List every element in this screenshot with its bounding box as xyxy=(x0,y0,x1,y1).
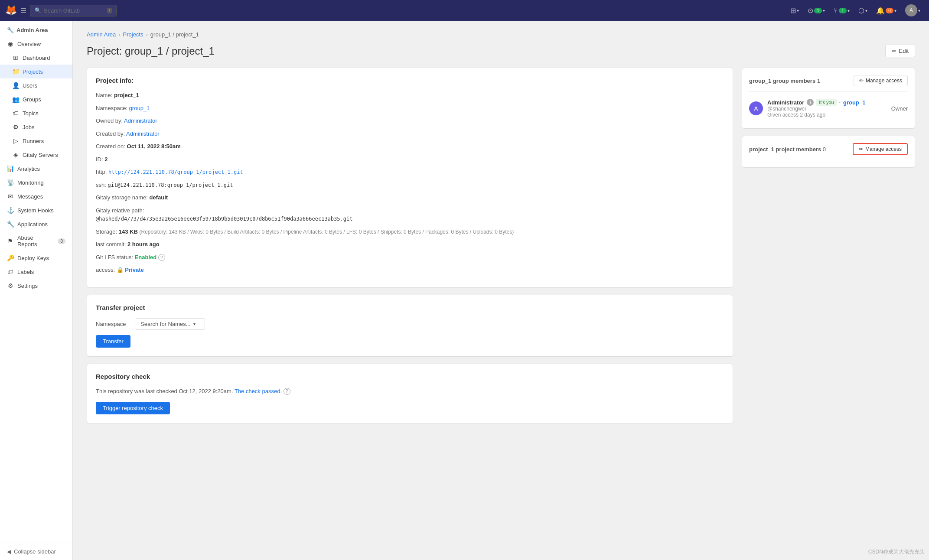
project-info-card: Project info: Name: project_1 Namespace:… xyxy=(87,68,733,288)
monitoring-icon: 📡 xyxy=(7,179,14,186)
edit-icon: ✏ xyxy=(892,48,896,54)
admin-area-label: 🔧 Admin Area xyxy=(0,21,72,37)
lock-icon: 🔒 xyxy=(117,267,124,273)
transfer-project-title: Transfer project xyxy=(96,304,724,311)
sidebar-item-projects[interactable]: 📁 Projects xyxy=(0,65,72,78)
http-row: http: http://124.221.110.78/group_1/proj… xyxy=(96,168,724,176)
content-left: Project info: Name: project_1 Namespace:… xyxy=(87,68,733,430)
last-commit-value: 2 hours ago xyxy=(127,241,160,247)
group-members-title: group_1 group members 1 xyxy=(749,78,820,84)
sidebar-item-messages[interactable]: ✉ Messages xyxy=(0,189,72,203)
created-on-row: Created on: Oct 11, 2022 8:50am xyxy=(96,142,724,151)
sidebar-item-dashboard[interactable]: ⊞ Dashboard xyxy=(0,51,72,65)
manage-access-pencil-icon: ✏ xyxy=(859,78,864,84)
dashboard-icon: ⊞ xyxy=(12,54,19,61)
nav-pipelines-button[interactable]: ⬡ ▾ xyxy=(855,5,871,16)
trigger-repository-check-button[interactable]: Trigger repository check xyxy=(96,402,170,414)
gitaly-storage-value: default xyxy=(150,194,168,201)
sidebar-item-gitaly-servers[interactable]: ◈ Gitaly Servers xyxy=(0,148,72,162)
sidebar-item-deploy-keys[interactable]: 🔑 Deploy Keys xyxy=(0,251,72,265)
namespace-label: Namespace xyxy=(96,321,130,327)
sidebar-item-system-hooks[interactable]: ⚓ System Hooks xyxy=(0,203,72,217)
gitaly-storage-row: Gitaly storage name: default xyxy=(96,193,724,202)
breadcrumb-current: group_1 / project_1 xyxy=(150,31,199,38)
ssh-value: git@124.221.110.78:group_1/project_1.git xyxy=(108,182,233,188)
sidebar-item-groups[interactable]: 👥 Groups xyxy=(0,92,72,106)
breadcrumb-projects[interactable]: Projects xyxy=(123,31,143,38)
gitlab-logo[interactable]: 🦊 xyxy=(5,5,17,16)
sidebar-item-users[interactable]: 👤 Users xyxy=(0,78,72,92)
jobs-icon: ⚙ xyxy=(12,124,19,130)
main-content: Admin Area › Projects › group_1 / projec… xyxy=(73,21,929,560)
project-id-value: 2 xyxy=(104,156,108,163)
sidebar-item-applications[interactable]: 🔧 Applications xyxy=(0,217,72,231)
nav-merge-requests-button[interactable]: ⑂ 1 ▾ xyxy=(830,5,853,16)
search-input[interactable] xyxy=(44,7,104,14)
notifications-icon: 🔔 xyxy=(876,7,885,15)
project-name-row: Name: project_1 xyxy=(96,91,724,100)
gitaly-path-value: @hashed/d4/73/d4735e3a265e16eee03f59718b… xyxy=(96,216,352,222)
project-manage-access-pencil-icon: ✏ xyxy=(859,146,863,152)
project-name-value: project_1 xyxy=(114,92,139,98)
creator-link[interactable]: Administrator xyxy=(126,130,160,137)
nav-home-button[interactable]: ⊞ ▾ xyxy=(787,5,802,16)
nav-notifications-button[interactable]: 🔔 0 ▾ xyxy=(873,5,900,16)
sidebar-item-monitoring[interactable]: 📡 Monitoring xyxy=(0,176,72,189)
repository-check-text: This repository was last checked Oct 12,… xyxy=(96,387,724,396)
git-lfs-help-icon[interactable]: ? xyxy=(158,254,165,261)
nav-issues-button[interactable]: ⊙ 1 ▾ xyxy=(804,5,828,16)
analytics-icon: 📊 xyxy=(7,165,14,172)
content-row: Project info: Name: project_1 Namespace:… xyxy=(87,68,915,430)
pipelines-icon: ⬡ xyxy=(858,7,864,15)
sidebar-item-analytics[interactable]: 📊 Analytics xyxy=(0,162,72,176)
project-members-card: project_1 project members 0 ✏ Manage acc… xyxy=(742,136,915,168)
group-link[interactable]: group_1 xyxy=(843,99,865,106)
user-dropdown-icon: ▾ xyxy=(918,8,920,13)
issues-dropdown-icon: ▾ xyxy=(823,8,825,13)
projects-icon: 📁 xyxy=(12,68,19,75)
namespace-select[interactable]: Search for Names... ▾ xyxy=(136,318,205,330)
repo-check-help-icon[interactable]: ? xyxy=(284,388,290,395)
git-lfs-status: Enabled xyxy=(135,254,157,260)
sidebar-item-overview[interactable]: ◉ Overview xyxy=(0,37,72,51)
project-members-header: project_1 project members 0 ✏ Manage acc… xyxy=(749,143,908,155)
labels-icon: 🏷 xyxy=(7,268,14,275)
edit-button[interactable]: ✏ Edit xyxy=(885,45,915,57)
user-avatar: A xyxy=(905,4,917,16)
nav-user-button[interactable]: A ▾ xyxy=(902,3,924,18)
breadcrumb-admin-area[interactable]: Admin Area xyxy=(87,31,116,38)
group-manage-access-button[interactable]: ✏ Manage access xyxy=(854,75,908,86)
transfer-button[interactable]: Transfer xyxy=(96,335,130,348)
search-icon: 🔍 xyxy=(35,7,41,13)
namespace-row: Namespace Search for Names... ▾ xyxy=(96,318,724,330)
sidebar-item-topics[interactable]: 🏷 Topics xyxy=(0,106,72,120)
top-navigation: 🦊 ☰ 🔍 / ⊞ ▾ ⊙ 1 ▾ ⑂ 1 ▾ ⬡ ▾ 🔔 0 ▾ xyxy=(0,0,929,21)
watermark: CSDN@成为大佬先充头 xyxy=(868,548,925,556)
member-info: Administrator i It's you · group_1 @shan… xyxy=(767,99,887,118)
check-passed-link[interactable]: The check passed. xyxy=(235,388,282,394)
project-manage-access-button[interactable]: ✏ Manage access xyxy=(853,143,908,155)
repository-check-title: Repository check xyxy=(96,373,724,380)
created-by-row: Created by: Administrator xyxy=(96,130,724,138)
nav-icon-group: ⊞ ▾ ⊙ 1 ▾ ⑂ 1 ▾ ⬡ ▾ 🔔 0 ▾ A ▾ xyxy=(787,3,924,18)
namespace-link[interactable]: group_1 xyxy=(129,105,150,111)
sidebar-item-labels[interactable]: 🏷 Labels xyxy=(0,265,72,279)
owner-link[interactable]: Administrator xyxy=(124,117,157,124)
git-lfs-row: Git LFS status: Enabled ? xyxy=(96,253,724,262)
member-name: Administrator i It's you · group_1 xyxy=(767,99,887,106)
namespace-placeholder: Search for Names... xyxy=(140,321,191,327)
collapse-icon: ◀ xyxy=(7,548,11,555)
sidebar-item-jobs[interactable]: ⚙ Jobs xyxy=(0,120,72,134)
sidebar-item-settings[interactable]: ⚙ Settings xyxy=(0,279,72,293)
notifications-dropdown-icon: ▾ xyxy=(894,8,896,13)
project-namespace-row: Namespace: group_1 xyxy=(96,104,724,113)
sidebar-item-runners[interactable]: ▷ Runners xyxy=(0,134,72,148)
hamburger-menu-button[interactable]: ☰ xyxy=(20,7,26,15)
applications-icon: 🔧 xyxy=(7,221,14,228)
last-commit-row: last commit: 2 hours ago xyxy=(96,240,724,249)
http-link[interactable]: http://124.221.110.78/group_1/project_1.… xyxy=(108,169,243,175)
app-layout: 🔧 Admin Area ◉ Overview ⊞ Dashboard 📁 Pr… xyxy=(0,0,929,560)
group-members-card: group_1 group members 1 ✏ Manage access … xyxy=(742,68,915,129)
collapse-sidebar-button[interactable]: ◀ Collapse sidebar xyxy=(0,543,72,560)
sidebar-item-abuse-reports[interactable]: ⚑ Abuse Reports 0 xyxy=(0,231,72,251)
